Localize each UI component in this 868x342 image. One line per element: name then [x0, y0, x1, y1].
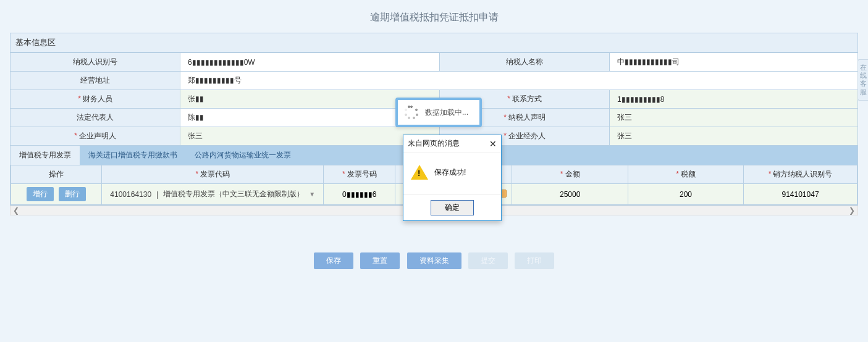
th-seller-id-text: 销方纳税人识别号 [773, 170, 832, 178]
label-contact-text: 联系方式 [512, 94, 542, 103]
label-finance-staff: *财务人员 [11, 90, 180, 109]
label-taxpayer-id: 纳税人识别号 [11, 53, 180, 72]
alert-dialog: 来自网页的消息 ✕ 保存成功! 确定 [403, 135, 502, 221]
label-taxpayer-name: 纳税人名称 [440, 53, 610, 72]
label-company-decl: *企业声明人 [11, 127, 180, 146]
cell-amount[interactable]: 25000 [512, 184, 628, 205]
tab-road-river[interactable]: 公路内河货物运输业统一发票 [186, 146, 300, 165]
cell-op: 增行 删行 [11, 184, 102, 205]
print-button[interactable]: 打印 [515, 252, 554, 269]
dialog-titlebar: 来自网页的消息 ✕ [403, 135, 501, 152]
cell-code[interactable]: 4100164130 | 增值税专用发票（中文三联无金额限制版） ▼ [102, 184, 324, 205]
value-taxpayer-id: 6▮▮▮▮▮▮▮▮▮▮▮▮0W [180, 53, 440, 72]
del-row-button[interactable]: 删行 [59, 187, 86, 201]
chevron-down-icon[interactable]: ▼ [309, 191, 315, 198]
dialog-body: 保存成功! [403, 152, 501, 194]
cell-seller-id[interactable]: 914101047 [744, 184, 857, 205]
label-company-decl-text: 企业声明人 [79, 131, 116, 140]
spinner-icon [404, 105, 419, 120]
th-no: *发票号码 [324, 165, 395, 184]
cell-no[interactable]: 0▮▮▮▮▮▮6 [324, 184, 395, 205]
label-address: 经营地址 [11, 72, 180, 90]
value-company-handler[interactable]: 张三 [610, 127, 858, 146]
tab-customs-import[interactable]: 海关进口增值税专用缴款书 [80, 146, 186, 165]
th-tax-text: 税额 [681, 170, 696, 178]
th-seller-id: *销方纳税人识别号 [744, 165, 857, 184]
scroll-left-icon[interactable]: ❮ [13, 206, 19, 215]
scroll-right-icon[interactable]: ❯ [849, 206, 855, 215]
label-taxpayer-decl-text: 纳税人声明 [508, 113, 546, 122]
th-tax: *税额 [628, 165, 743, 184]
footer-buttons: 保存 重置 资料采集 提交 打印 [10, 215, 858, 269]
dialog-footer: 确定 [403, 194, 501, 220]
warning-icon [411, 165, 428, 180]
value-taxpayer-decl[interactable]: 张三 [610, 109, 858, 127]
close-icon[interactable]: ✕ [489, 139, 497, 149]
th-op: 操作 [11, 165, 102, 184]
label-finance-staff-text: 财务人员 [83, 94, 112, 103]
code-prefix: 4100164130 [110, 190, 151, 199]
th-code-text: 发票代码 [200, 170, 230, 178]
ok-button[interactable]: 确定 [431, 200, 474, 215]
value-company-decl[interactable]: 张三 [180, 127, 440, 146]
code-select-text: 增值税专用发票（中文三联无金额限制版） [163, 189, 304, 199]
section-header-basic: 基本信息区 [10, 33, 858, 52]
side-tab-support[interactable]: 在线客服 [857, 59, 868, 101]
label-company-handler-text: 企业经办人 [508, 131, 546, 140]
save-button[interactable]: 保存 [314, 252, 353, 269]
collect-button[interactable]: 资料采集 [407, 252, 461, 269]
label-legal-rep: 法定代表人 [11, 109, 180, 127]
th-amount-text: 金额 [565, 170, 580, 178]
value-taxpayer-name: 中▮▮▮▮▮▮▮▮▮▮▮司 [610, 53, 858, 72]
th-no-text: 发票号码 [347, 170, 377, 178]
add-row-button[interactable]: 增行 [27, 187, 54, 201]
loading-toast: 数据加载中... [395, 98, 482, 127]
submit-button[interactable]: 提交 [468, 252, 508, 269]
th-amount: *金额 [512, 165, 628, 184]
value-contact[interactable]: 1▮▮▮▮▮▮▮▮▮8 [610, 90, 858, 109]
cell-tax[interactable]: 200 [628, 184, 743, 205]
page-title: 逾期增值税抵扣凭证抵扣申请 [0, 0, 868, 33]
th-code: *发票代码 [102, 165, 324, 184]
tab-vat-invoice[interactable]: 增值税专用发票 [11, 146, 80, 165]
value-address: 郑▮▮▮▮▮▮▮▮▮号 [180, 72, 858, 90]
reset-button[interactable]: 重置 [360, 252, 400, 269]
dialog-title: 来自网页的消息 [408, 138, 460, 149]
dialog-message: 保存成功! [434, 167, 466, 178]
loading-text: 数据加载中... [425, 107, 468, 118]
